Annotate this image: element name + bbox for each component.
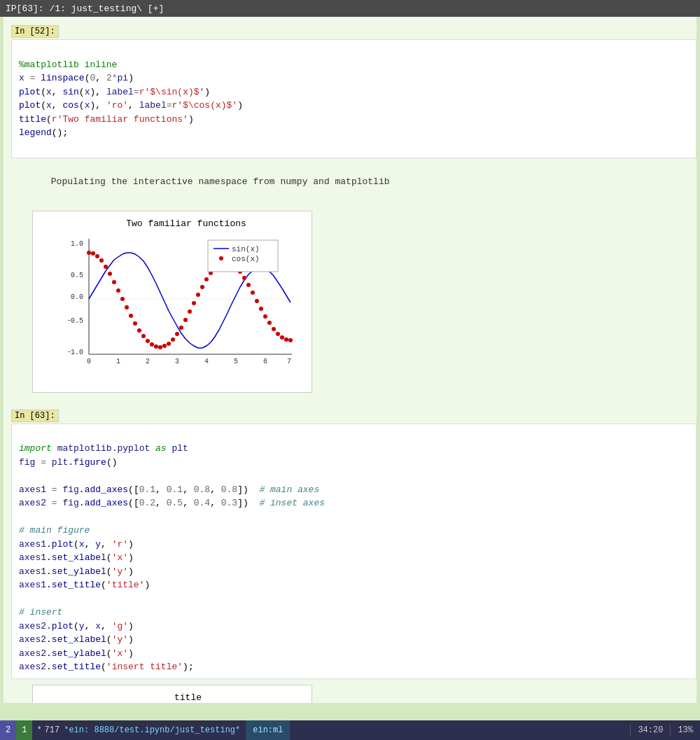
svg-point-25 bbox=[125, 305, 129, 309]
svg-point-21 bbox=[108, 272, 112, 276]
svg-point-29 bbox=[141, 334, 146, 338]
notebook: In [52]: %matplotlib inline x = linspace… bbox=[4, 17, 696, 703]
svg-text:sin(x): sin(x) bbox=[232, 245, 260, 253]
svg-text:7: 7 bbox=[287, 358, 291, 365]
svg-text:0.5: 0.5 bbox=[71, 272, 83, 279]
svg-point-60 bbox=[272, 327, 276, 331]
cell-1: In [52]: %matplotlib inline x = linspace… bbox=[4, 22, 696, 401]
svg-point-19 bbox=[99, 258, 104, 263]
code-line: legend(); bbox=[19, 127, 68, 138]
title-bar: IP[63]: /1: just_testing\ [+] bbox=[0, 0, 700, 17]
svg-text:1: 1 bbox=[116, 358, 120, 365]
code-line: x = linspace(0, 2*pi) bbox=[19, 73, 134, 83]
svg-point-57 bbox=[259, 307, 263, 311]
cursor-position: 34:20 bbox=[630, 724, 670, 736]
svg-text:cos(x): cos(x) bbox=[232, 255, 260, 263]
cell2-label[interactable]: In [63]: bbox=[11, 410, 59, 422]
status-indicator: * bbox=[36, 725, 41, 735]
chart2-title: title bbox=[71, 692, 304, 703]
svg-point-58 bbox=[263, 314, 267, 319]
svg-point-56 bbox=[255, 299, 259, 303]
svg-text:2: 2 bbox=[146, 358, 150, 365]
svg-point-68 bbox=[219, 256, 223, 260]
svg-point-30 bbox=[146, 339, 150, 343]
svg-point-42 bbox=[196, 293, 200, 297]
svg-point-63 bbox=[284, 337, 288, 342]
svg-text:0: 0 bbox=[87, 358, 91, 365]
svg-point-16 bbox=[87, 251, 91, 255]
code-line: title(r'Two familiar functions') bbox=[19, 114, 194, 125]
svg-point-37 bbox=[175, 332, 179, 336]
svg-point-20 bbox=[104, 265, 108, 269]
svg-point-27 bbox=[133, 321, 137, 326]
svg-text:6: 6 bbox=[263, 358, 267, 365]
svg-text:5: 5 bbox=[234, 358, 238, 365]
cell1-output-text: Populating the interactive namespace fro… bbox=[51, 176, 390, 187]
notebook-name: *ein: 8888/test.ipynb/just_testing* bbox=[64, 725, 240, 735]
svg-point-44 bbox=[204, 277, 209, 281]
svg-point-64 bbox=[288, 338, 293, 342]
svg-text:−0.5: −0.5 bbox=[68, 317, 83, 325]
chart1-title: Two familiar functions bbox=[68, 218, 304, 229]
svg-point-26 bbox=[129, 314, 133, 318]
svg-point-24 bbox=[120, 297, 125, 301]
svg-text:0.0: 0.0 bbox=[71, 293, 83, 301]
svg-point-55 bbox=[251, 291, 255, 295]
svg-text:3: 3 bbox=[175, 358, 179, 365]
code-line: plot(x, sin(x), label=r'$\sin(x)$') bbox=[19, 87, 210, 97]
svg-point-62 bbox=[280, 335, 284, 340]
chart1: Two familiar functions 1.0 0.5 0.0 −0.5 … bbox=[32, 211, 312, 393]
svg-text:−1.0: −1.0 bbox=[68, 349, 83, 356]
cell1-output: Populating the interactive namespace fro… bbox=[11, 158, 696, 205]
svg-point-33 bbox=[158, 345, 162, 349]
title-text: IP[63]: /1: just_testing\ [+] bbox=[6, 4, 164, 14]
chart2: title 0 5 10 15 20 25 0 1 2 3 4 5 bbox=[32, 685, 312, 704]
magic-inline: %matplotlib inline bbox=[19, 60, 117, 70]
svg-point-18 bbox=[95, 254, 99, 258]
kernel-indicator: ein:ml bbox=[246, 720, 290, 740]
svg-point-53 bbox=[242, 276, 246, 280]
cell-count: 717 bbox=[45, 725, 60, 735]
cell2-code[interactable]: import matplotlib.pyplot as plt fig = pl… bbox=[11, 424, 696, 679]
mode-num2: 1 bbox=[16, 720, 32, 740]
svg-point-39 bbox=[183, 318, 188, 322]
chart1-svg: 1.0 0.5 0.0 −0.5 −1.0 0 1 2 3 4 5 6 7 bbox=[68, 232, 306, 379]
svg-point-36 bbox=[171, 337, 175, 342]
mode-num1: 2 bbox=[0, 720, 16, 740]
svg-point-61 bbox=[276, 332, 280, 336]
scroll-percent: 13% bbox=[670, 724, 700, 736]
svg-point-17 bbox=[91, 251, 95, 256]
status-right: 34:20 13% bbox=[630, 724, 700, 736]
cell-2: In [63]: import matplotlib.pyplot as plt… bbox=[4, 407, 696, 704]
mode-num2-text: 1 bbox=[22, 725, 27, 735]
cell1-label[interactable]: In [52]: bbox=[11, 25, 59, 38]
svg-point-41 bbox=[192, 301, 196, 305]
svg-point-40 bbox=[188, 309, 192, 314]
svg-point-38 bbox=[179, 326, 183, 330]
code-line: plot(x, cos(x), 'ro', label=r'$\cos(x)$'… bbox=[19, 100, 243, 111]
svg-text:4: 4 bbox=[204, 358, 209, 365]
svg-text:1.0: 1.0 bbox=[71, 240, 83, 248]
svg-point-22 bbox=[112, 280, 116, 284]
svg-point-32 bbox=[154, 344, 158, 349]
kernel-text: ein:ml bbox=[253, 725, 283, 735]
status-bar: 2 1 * 717 *ein: 8888/test.ipynb/just_tes… bbox=[0, 720, 700, 740]
svg-point-59 bbox=[267, 321, 272, 325]
svg-point-54 bbox=[246, 283, 251, 287]
svg-point-35 bbox=[167, 342, 171, 346]
cell1-code[interactable]: %matplotlib inline x = linspace(0, 2*pi)… bbox=[11, 39, 696, 158]
mode-num1-text: 2 bbox=[6, 725, 10, 735]
svg-point-28 bbox=[137, 328, 141, 333]
svg-point-31 bbox=[150, 342, 154, 347]
svg-point-34 bbox=[162, 344, 167, 348]
svg-point-43 bbox=[200, 285, 204, 289]
svg-point-23 bbox=[116, 288, 120, 293]
